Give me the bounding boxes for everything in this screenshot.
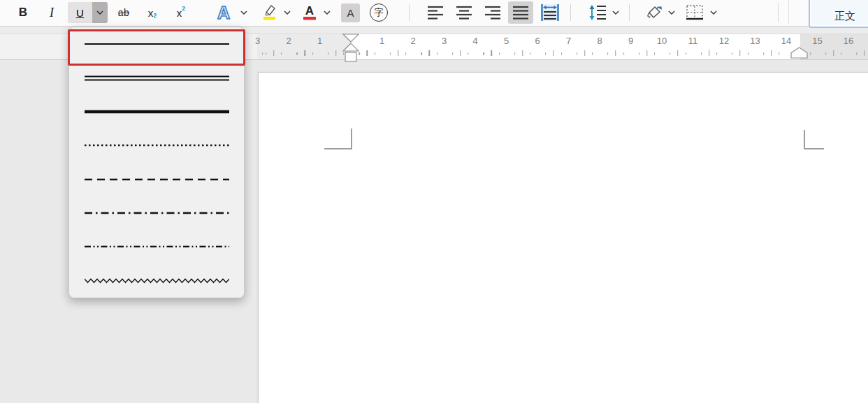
- underline-dropdown-icon: [96, 10, 103, 15]
- strikethrough-button[interactable]: ab: [112, 1, 136, 24]
- ruler-number: 1: [379, 36, 384, 46]
- borders-icon: [685, 3, 704, 22]
- fill-color-icon: [645, 3, 665, 22]
- ruler-number: 3: [442, 36, 447, 46]
- ruler-number: 2: [410, 36, 415, 46]
- wordart-button[interactable]: A: [210, 1, 238, 24]
- single-line-icon: [85, 38, 229, 50]
- underline-style-dropdown: [68, 27, 245, 298]
- font-color-button[interactable]: A: [298, 1, 321, 24]
- bold-button[interactable]: B: [13, 1, 34, 24]
- ruler-number: 7: [566, 36, 571, 46]
- font-color-icon: A: [301, 3, 318, 22]
- subscript-button[interactable]: x 2: [141, 1, 164, 24]
- borders-button[interactable]: [682, 1, 707, 24]
- highlighter-dropdown-button[interactable]: [281, 1, 294, 24]
- align-center-icon: [455, 5, 473, 20]
- ruler-number: 11: [688, 36, 698, 46]
- toolbar-separator: [409, 4, 410, 21]
- ruler-number: 14: [781, 36, 791, 46]
- superscript-base: x: [177, 7, 182, 19]
- ruler-number: 4: [472, 36, 477, 46]
- right-indent-marker-icon[interactable]: [790, 47, 808, 59]
- app-window: B I U ab x 2 x 2 A: [0, 0, 868, 403]
- ruler-number: 15: [812, 36, 822, 46]
- font-color-dropdown-button[interactable]: [321, 1, 333, 24]
- style-gallery: 正文: [788, 0, 868, 24]
- ruler-number: 1: [317, 36, 322, 46]
- align-right-icon: [484, 5, 502, 20]
- toolbar-separator: [570, 4, 571, 21]
- align-center-button[interactable]: [452, 1, 476, 24]
- dash-dot-dot-line-icon: [85, 241, 229, 252]
- dashed-line-icon: [85, 174, 229, 185]
- toolbar-separator: [778, 3, 779, 22]
- underline-style-thick-line[interactable]: [69, 95, 244, 129]
- line-spacing-button[interactable]: [586, 1, 609, 24]
- fill-color-dropdown-icon: [668, 10, 675, 15]
- superscript-button[interactable]: x 2: [170, 1, 192, 24]
- distribute-button[interactable]: [538, 1, 562, 24]
- ruler-number: 3: [255, 36, 260, 46]
- line-spacing-dropdown-button[interactable]: [609, 1, 622, 24]
- wordart-dropdown-icon: [240, 10, 247, 15]
- underline-style-dotted-line[interactable]: [69, 129, 244, 162]
- font-color-dropdown-icon: [324, 10, 331, 15]
- highlighter-button[interactable]: [257, 1, 282, 24]
- underline-button[interactable]: U: [68, 2, 92, 23]
- align-left-icon: [426, 5, 444, 20]
- highlighter-icon: [261, 3, 279, 22]
- line-spacing-icon: [588, 4, 607, 21]
- document-page[interactable]: [258, 72, 868, 403]
- ruler-number: 10: [657, 36, 667, 46]
- justify-button[interactable]: [508, 1, 533, 24]
- underline-style-wavy-line[interactable]: [69, 264, 244, 298]
- align-right-button[interactable]: [481, 1, 505, 24]
- enclosed-char-icon: 字: [370, 3, 388, 22]
- ruler-number: 9: [628, 36, 633, 46]
- ruler-number: 13: [750, 36, 760, 46]
- char-shading-button[interactable]: A: [340, 1, 361, 24]
- superscript-mark: 2: [182, 5, 185, 12]
- ruler-number: 16: [844, 36, 853, 46]
- toolbar-separator: [629, 4, 630, 21]
- underline-style-dashed-line[interactable]: [69, 163, 244, 196]
- double-line-icon: [85, 73, 229, 84]
- justify-icon: [512, 5, 530, 20]
- formatting-toolbar: B I U ab x 2 x 2 A: [0, 0, 868, 27]
- ruler-number: 12: [719, 36, 729, 46]
- fill-color-button[interactable]: [643, 1, 667, 24]
- wavy-line-icon: [85, 275, 229, 286]
- ruler-number: 6: [535, 36, 540, 46]
- italic-button[interactable]: I: [42, 1, 62, 24]
- wordart-a-glyph: A: [217, 4, 230, 22]
- dash-dot-line-icon: [85, 207, 229, 219]
- underline-style-dash-dot-dot-line[interactable]: [69, 230, 244, 263]
- borders-dropdown-button[interactable]: [707, 1, 720, 24]
- align-left-button[interactable]: [424, 1, 447, 24]
- ruler-number: 5: [504, 36, 509, 46]
- underline-style-single-line[interactable]: [69, 27, 244, 61]
- highlighter-dropdown-icon: [284, 10, 291, 15]
- enclosed-char-button[interactable]: 字: [367, 1, 391, 24]
- line-spacing-dropdown-icon: [612, 10, 619, 15]
- text-boundary-corner-top-left: [324, 129, 352, 149]
- underline-style-dash-dot-line[interactable]: [69, 196, 244, 230]
- underline-split-button: U: [68, 2, 108, 23]
- subscript-base: x: [148, 7, 154, 19]
- underline-dropdown-button[interactable]: [92, 2, 108, 23]
- distribute-icon: [540, 3, 560, 22]
- ruler-number: 2: [286, 36, 291, 46]
- char-shading-icon: A: [341, 3, 360, 22]
- fill-color-dropdown-button[interactable]: [665, 1, 678, 24]
- ruler-left-margin: [257, 34, 351, 59]
- wordart-dropdown-button[interactable]: [238, 1, 250, 24]
- indent-markers-icon[interactable]: [342, 34, 360, 63]
- thick-line-icon: [85, 106, 229, 117]
- ruler-text-area: [351, 34, 800, 59]
- style-gallery-selected-item[interactable]: 正文: [809, 0, 868, 28]
- text-boundary-corner-top-right: [804, 130, 824, 149]
- underline-style-double-line[interactable]: [69, 61, 244, 94]
- borders-dropdown-icon: [710, 10, 717, 15]
- ruler-right-margin: [800, 34, 868, 59]
